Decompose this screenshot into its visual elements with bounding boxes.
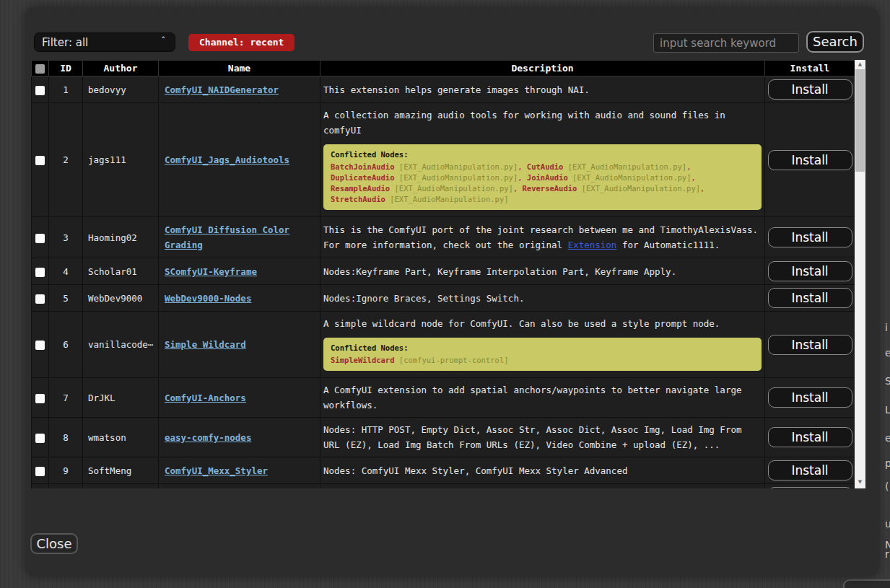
description-text: This extension helps generate images thr… — [323, 82, 763, 97]
conflict-node-ref: [comfyui-prompt-control] — [395, 356, 509, 364]
row-checkbox[interactable] — [35, 394, 45, 403]
row-checkbox[interactable] — [35, 294, 45, 304]
row-id: 10 — [49, 484, 83, 489]
row-id: 1 — [49, 76, 83, 103]
conflict-node-name: JoinAudio — [527, 173, 568, 182]
conflict-node-name: BatchJoinAudio — [331, 162, 395, 171]
extension-name-link[interactable]: ComfyUI_Mexx_Styler — [165, 465, 268, 476]
close-button[interactable]: Close — [30, 533, 78, 554]
table-row: 4Scholar01SComfyUI-KeyframeNodes:Keyfram… — [32, 258, 855, 285]
install-button[interactable]: Install — [768, 387, 852, 408]
extension-name-link[interactable]: ComfyUI_NAIDGenerator — [165, 84, 279, 95]
install-button[interactable]: Install — [768, 427, 852, 447]
install-button[interactable]: Install — [768, 261, 852, 281]
row-checkbox[interactable] — [35, 341, 45, 350]
scrollbar-thumb[interactable] — [855, 69, 865, 172]
inline-extension-link[interactable]: Extension — [568, 240, 617, 250]
row-id: 6 — [49, 312, 83, 378]
install-button[interactable]: Install — [768, 150, 852, 170]
conflict-node-ref: [EXT_AudioManipulation.py] — [395, 173, 518, 182]
row-checkbox[interactable] — [35, 156, 45, 165]
row-id: 7 — [49, 378, 83, 418]
row-checkbox[interactable] — [35, 268, 45, 277]
row-description: Nodes: HTTP POST, Empty Dict, Assoc Str,… — [320, 418, 765, 457]
row-name-cell: ComfyUI-Anchors — [159, 378, 320, 418]
row-checkbox[interactable] — [35, 234, 45, 243]
row-name-cell: ComfyUI_Mexx_Styler — [159, 457, 320, 484]
row-checkbox-cell — [32, 484, 49, 489]
scroll-up-arrow-icon[interactable]: ▲ — [855, 60, 865, 69]
extensions-table: ID Author Name Description Install 1bedo… — [31, 60, 855, 488]
row-description: A ComfyUI extension to add spatial ancho… — [320, 378, 765, 418]
description-text: Nodes:Keyframe Part, Keyframe Interpolat… — [323, 264, 763, 279]
header-install: Install — [765, 61, 855, 76]
row-name-cell: WebDev9000-Nodes — [159, 285, 320, 312]
filter-select[interactable]: Filter: all — [34, 32, 175, 52]
extension-name-link[interactable]: ComfyUI-Anchors — [165, 392, 246, 403]
row-checkbox[interactable] — [35, 467, 45, 476]
row-checkbox-cell — [32, 217, 49, 258]
row-author: zcfrank1st — [83, 484, 159, 489]
select-all-checkbox[interactable] — [35, 64, 45, 74]
row-install-cell: Install — [765, 76, 855, 103]
install-button[interactable]: Install — [768, 227, 852, 247]
row-description: Nodes:Ignore Braces, Settings Switch. — [320, 285, 765, 312]
row-install-cell: Install — [765, 418, 855, 457]
extension-name-link[interactable]: ComfyUI Diffusion Color Grading — [165, 224, 289, 250]
row-id: 3 — [49, 217, 83, 258]
search-button[interactable]: Search — [806, 31, 864, 53]
table-row: 1bedovyyComfyUI_NAIDGeneratorThis extens… — [32, 76, 855, 103]
row-checkbox[interactable] — [35, 434, 45, 443]
row-id: 8 — [49, 418, 83, 457]
install-button[interactable]: Install — [768, 288, 852, 308]
row-description: This is the ComfyUI port of the joint re… — [320, 217, 765, 258]
row-checkbox-cell — [32, 418, 49, 457]
background-edge-glyph: u — [885, 518, 890, 530]
conflict-node-ref: [EXT_AudioManipulation.py] — [577, 184, 700, 193]
background-edge-glyph: r — [885, 548, 889, 560]
conflict-separator: , — [513, 184, 523, 193]
row-author: Scholar01 — [83, 258, 159, 285]
table-row: 8wmatsoneasy-comfy-nodesNodes: HTTP POST… — [32, 418, 855, 457]
row-checkbox-cell — [32, 76, 49, 103]
background-edge-glyph: p — [885, 457, 890, 469]
install-button[interactable]: Install — [768, 460, 852, 481]
row-checkbox[interactable] — [35, 86, 45, 95]
header-id: ID — [49, 61, 83, 76]
extension-name-link[interactable]: SComfyUI-Keyframe — [165, 266, 257, 277]
extension-name-link[interactable]: ComfyUI_Jags_Audiotools — [165, 154, 289, 165]
header-name: Name — [159, 61, 320, 76]
row-name-cell: ComfyUI_NAIDGenerator — [159, 76, 320, 103]
row-author: bedovyy — [83, 76, 159, 103]
row-id: 2 — [49, 103, 83, 217]
install-button[interactable]: Install — [768, 335, 852, 355]
row-checkbox-cell — [32, 103, 49, 217]
table-scrollbar[interactable]: ▲ ▼ — [855, 60, 865, 488]
row-id: 5 — [49, 285, 83, 312]
conflicted-nodes-list: BatchJoinAudio [EXT_AudioManipulation.py… — [331, 162, 754, 205]
conflicted-nodes-box: Conflicted Nodes:SimpleWildcard [comfyui… — [323, 338, 762, 371]
conflict-separator: , — [518, 173, 527, 182]
header-description: Description — [320, 61, 765, 76]
extension-name-link[interactable]: WebDev9000-Nodes — [165, 293, 251, 304]
row-name-cell: ComfyUI Yolov8 — [159, 484, 320, 489]
conflict-node-name: ReverseAudio — [523, 184, 577, 193]
install-button[interactable]: Install — [768, 487, 852, 488]
custom-nodes-dialog: Filter: all ˆ Channel: recent Search ID … — [25, 7, 878, 576]
scroll-down-arrow-icon[interactable]: ▼ — [855, 478, 865, 487]
row-checkbox-cell — [32, 378, 49, 418]
conflict-node-ref: [EXT_AudioManipulation.py] — [385, 195, 509, 203]
description-text: Nodes: HTTP POST, Empty Dict, Assoc Str,… — [323, 422, 763, 452]
row-description: This extension helps generate images thr… — [320, 76, 765, 103]
conflict-separator: , — [518, 162, 527, 171]
row-description: A simple wildcard node for ComfyUI. Can … — [320, 312, 765, 378]
conflict-separator: , — [686, 162, 691, 171]
extension-name-link[interactable]: Simple Wildcard — [165, 339, 246, 350]
row-author: wmatson — [83, 418, 159, 457]
table-row: 6vanillacode⋯Simple WildcardA simple wil… — [32, 312, 855, 378]
search-input[interactable] — [653, 33, 799, 53]
header-author: Author — [83, 61, 159, 76]
conflicted-nodes-title: Conflicted Nodes: — [331, 343, 754, 354]
install-button[interactable]: Install — [768, 79, 852, 100]
extension-name-link[interactable]: easy-comfy-nodes — [165, 432, 251, 443]
